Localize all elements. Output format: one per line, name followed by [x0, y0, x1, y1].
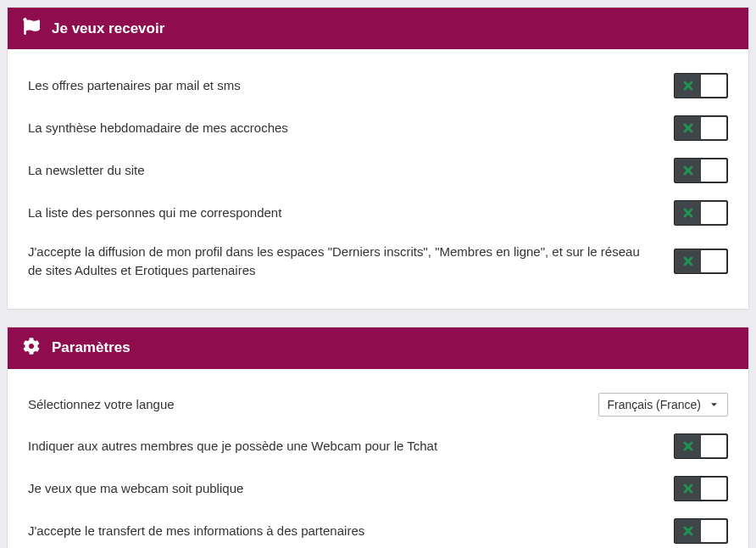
settings-panel: Paramètres Sélectionnez votre langue Fra… — [7, 327, 749, 549]
x-icon — [675, 249, 702, 273]
receive-panel: Je veux recevoir Les offres partenaires … — [7, 7, 749, 310]
toggle-knob — [701, 117, 726, 139]
toggle-knob — [701, 75, 726, 97]
toggle-matches[interactable] — [674, 200, 728, 226]
settings-label: Je veux que ma webcam soit publique — [28, 479, 657, 498]
toggle-offers[interactable] — [674, 73, 728, 98]
toggle-profile-diffusion[interactable] — [674, 249, 728, 274]
settings-body: Sélectionnez votre langue Français (Fran… — [8, 369, 748, 549]
toggle-webcam-public[interactable] — [674, 476, 728, 501]
chevron-down-icon — [709, 398, 719, 411]
receive-label: La synthèse hebdomadaire de mes accroche… — [28, 119, 657, 137]
toggle-newsletter[interactable] — [674, 158, 728, 183]
x-icon — [675, 519, 702, 543]
receive-body: Les offres partenaires par mail et sms L… — [8, 49, 748, 309]
x-icon — [675, 477, 702, 500]
receive-row: J'accepte la diffusion de mon profil dan… — [28, 234, 728, 288]
receive-row: La newsletter du site — [28, 149, 728, 192]
gear-icon — [23, 338, 40, 359]
x-icon — [675, 116, 702, 140]
settings-row: J'accepte le transfert de mes informatio… — [28, 510, 728, 549]
settings-label: J'accepte le transfert de mes informatio… — [28, 522, 657, 540]
toggle-weekly[interactable] — [674, 115, 728, 141]
toggle-knob — [701, 202, 726, 224]
settings-header: Paramètres — [8, 327, 748, 369]
toggle-knob — [701, 435, 726, 457]
language-row: Sélectionnez votre langue Français (Fran… — [28, 384, 728, 425]
language-select[interactable]: Français (France) — [598, 393, 728, 417]
toggle-knob — [701, 478, 726, 500]
language-value: Français (France) — [608, 398, 701, 411]
x-icon — [675, 159, 702, 182]
x-icon — [675, 74, 702, 98]
settings-title: Paramètres — [52, 339, 131, 356]
settings-label: Indiquer aux autres membres que je possè… — [28, 437, 657, 456]
receive-label: La liste des personnes qui me correspond… — [28, 204, 657, 222]
receive-title: Je veux recevoir — [52, 20, 164, 37]
settings-row: Indiquer aux autres membres que je possè… — [28, 425, 728, 467]
toggle-webcam-indicator[interactable] — [674, 433, 728, 459]
receive-label: La newsletter du site — [28, 161, 657, 180]
receive-row: La liste des personnes qui me correspond… — [28, 192, 728, 234]
x-icon — [675, 434, 702, 458]
receive-row: La synthèse hebdomadaire de mes accroche… — [28, 107, 728, 149]
receive-label: J'accepte la diffusion de mon profil dan… — [28, 243, 657, 280]
toggle-knob — [701, 250, 726, 272]
toggle-info-transfer[interactable] — [674, 518, 728, 544]
receive-header: Je veux recevoir — [8, 8, 748, 49]
toggle-knob — [701, 520, 726, 542]
toggle-knob — [701, 159, 726, 182]
receive-row: Les offres partenaires par mail et sms — [28, 64, 728, 107]
x-icon — [675, 201, 702, 225]
receive-label: Les offres partenaires par mail et sms — [28, 76, 657, 95]
language-label: Sélectionnez votre langue — [28, 395, 581, 414]
settings-row: Je veux que ma webcam soit publique — [28, 467, 728, 510]
flag-icon — [23, 18, 40, 39]
